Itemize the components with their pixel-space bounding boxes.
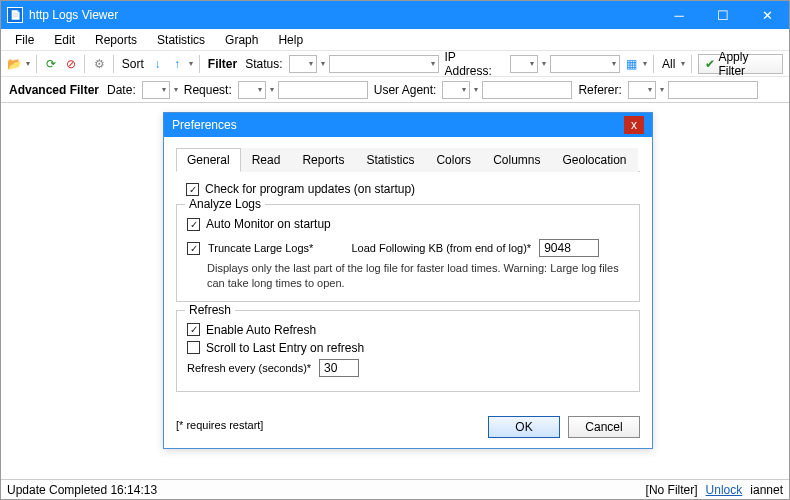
status-dropdown[interactable]: ▾ bbox=[289, 55, 317, 73]
requires-restart-note: [* requires restart] bbox=[164, 419, 275, 439]
status-user: iannet bbox=[750, 483, 783, 497]
useragent-input[interactable] bbox=[482, 81, 572, 99]
statusbar: Update Completed 16:14:13 [No Filter] Un… bbox=[1, 479, 789, 499]
scroll-last-label: Scroll to Last Entry on refresh bbox=[206, 341, 364, 355]
menu-file[interactable]: File bbox=[5, 31, 44, 49]
sort-label: Sort bbox=[120, 57, 146, 71]
tab-reports[interactable]: Reports bbox=[291, 148, 355, 172]
scroll-last-checkbox[interactable] bbox=[187, 341, 200, 354]
truncate-checkbox[interactable]: ✓ bbox=[187, 242, 200, 255]
truncate-note: Displays only the last part of the log f… bbox=[207, 261, 629, 291]
sort-desc-icon[interactable]: ↑ bbox=[169, 56, 184, 72]
menu-help[interactable]: Help bbox=[268, 31, 313, 49]
toolbar-advanced: Advanced Filter Date: ▾▾ Request: ▾▾ Use… bbox=[1, 77, 789, 103]
request-dropdown[interactable]: ▾ bbox=[238, 81, 266, 99]
all-label[interactable]: All bbox=[660, 57, 677, 71]
ip-type-dropdown[interactable]: ▾ bbox=[510, 55, 538, 73]
request-input[interactable] bbox=[278, 81, 368, 99]
minimize-button[interactable]: ─ bbox=[657, 1, 701, 29]
dialog-tabs: General Read Reports Statistics Colors C… bbox=[176, 147, 640, 172]
open-icon[interactable]: 📂 bbox=[7, 56, 22, 72]
menubar: File Edit Reports Statistics Graph Help bbox=[1, 29, 789, 51]
dialog-titlebar: Preferences x bbox=[164, 113, 652, 137]
enable-refresh-label: Enable Auto Refresh bbox=[206, 323, 316, 337]
advanced-filter-label: Advanced Filter bbox=[7, 83, 101, 97]
unlock-link[interactable]: Unlock bbox=[706, 483, 743, 497]
apply-filter-button[interactable]: ✔Apply Filter bbox=[698, 54, 783, 74]
check-updates-label: Check for program updates (on startup) bbox=[205, 182, 415, 196]
check-updates-checkbox[interactable]: ✓ bbox=[186, 183, 199, 196]
status-value-dropdown[interactable]: ▾ bbox=[329, 55, 439, 73]
kb-input[interactable] bbox=[539, 239, 599, 257]
refresh-legend: Refresh bbox=[185, 303, 235, 317]
refresh-icon[interactable]: ⟳ bbox=[43, 56, 58, 72]
tab-general[interactable]: General bbox=[176, 148, 241, 172]
menu-statistics[interactable]: Statistics bbox=[147, 31, 215, 49]
refresh-every-label: Refresh every (seconds)* bbox=[187, 362, 311, 374]
settings-icon[interactable]: ⚙ bbox=[91, 56, 106, 72]
referer-dropdown[interactable]: ▾ bbox=[628, 81, 656, 99]
refresh-group: Refresh ✓ Enable Auto Refresh Scroll to … bbox=[176, 310, 640, 392]
analyze-logs-group: Analyze Logs ✓ Auto Monitor on startup ✓… bbox=[176, 204, 640, 302]
cancel-button[interactable]: Cancel bbox=[568, 416, 640, 438]
calendar-icon[interactable]: ▦ bbox=[624, 56, 639, 72]
tab-read[interactable]: Read bbox=[241, 148, 292, 172]
auto-monitor-checkbox[interactable]: ✓ bbox=[187, 218, 200, 231]
menu-edit[interactable]: Edit bbox=[44, 31, 85, 49]
useragent-label: User Agent: bbox=[372, 83, 439, 97]
window-title: http Logs Viewer bbox=[29, 8, 657, 22]
app-icon: 📄 bbox=[7, 7, 23, 23]
dialog-close-button[interactable]: x bbox=[624, 116, 644, 134]
status-label: Status: bbox=[243, 57, 284, 71]
enable-refresh-checkbox[interactable]: ✓ bbox=[187, 323, 200, 336]
stop-icon[interactable]: ⊘ bbox=[63, 56, 78, 72]
dialog-title: Preferences bbox=[172, 118, 237, 132]
auto-monitor-label: Auto Monitor on startup bbox=[206, 217, 331, 231]
load-following-label: Load Following KB (from end of log)* bbox=[351, 242, 531, 254]
truncate-label: Truncate Large Logs* bbox=[208, 242, 313, 254]
refresh-seconds-input[interactable] bbox=[319, 359, 359, 377]
tab-colors[interactable]: Colors bbox=[425, 148, 482, 172]
menu-reports[interactable]: Reports bbox=[85, 31, 147, 49]
referer-label: Referer: bbox=[576, 83, 623, 97]
window-titlebar: 📄 http Logs Viewer ─ ☐ ✕ bbox=[1, 1, 789, 29]
close-window-button[interactable]: ✕ bbox=[745, 1, 789, 29]
date-label: Date: bbox=[105, 83, 138, 97]
menu-graph[interactable]: Graph bbox=[215, 31, 268, 49]
sort-asc-icon[interactable]: ↓ bbox=[150, 56, 165, 72]
date-dropdown[interactable]: ▾ bbox=[142, 81, 170, 99]
referer-input[interactable] bbox=[668, 81, 758, 99]
tab-columns[interactable]: Columns bbox=[482, 148, 551, 172]
filter-label: Filter bbox=[206, 57, 239, 71]
ip-label: IP Address: bbox=[443, 50, 506, 78]
ok-button[interactable]: OK bbox=[488, 416, 560, 438]
toolbar-main: 📂▾ ⟳ ⊘ ⚙ Sort ↓ ↑▾ Filter Status: ▾ ▾ ▾ … bbox=[1, 51, 789, 77]
ip-value-dropdown[interactable]: ▾ bbox=[550, 55, 620, 73]
maximize-button[interactable]: ☐ bbox=[701, 1, 745, 29]
tab-statistics[interactable]: Statistics bbox=[355, 148, 425, 172]
tab-geolocation[interactable]: Geolocation bbox=[551, 148, 637, 172]
preferences-dialog: Preferences x General Read Reports Stati… bbox=[163, 112, 653, 449]
useragent-dropdown[interactable]: ▾ bbox=[442, 81, 470, 99]
analyze-logs-legend: Analyze Logs bbox=[185, 197, 265, 211]
status-left: Update Completed 16:14:13 bbox=[7, 483, 157, 497]
status-no-filter: [No Filter] bbox=[646, 483, 698, 497]
request-label: Request: bbox=[182, 83, 234, 97]
